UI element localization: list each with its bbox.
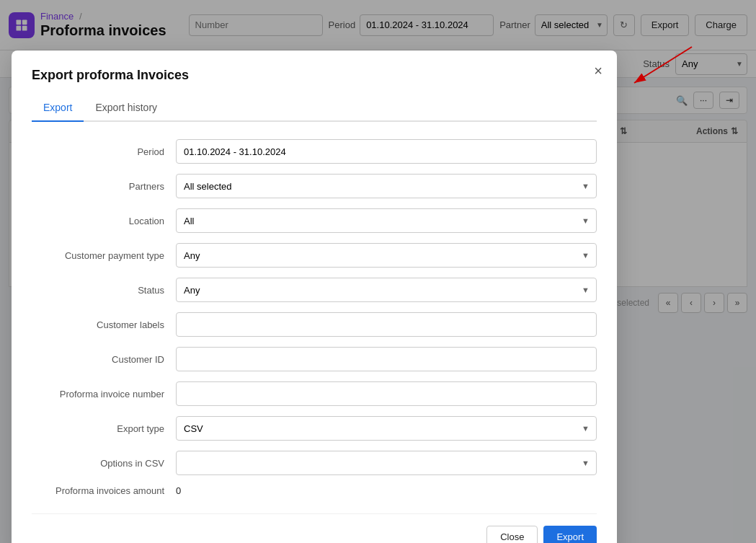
period-field-label: Period — [32, 146, 176, 157]
proforma-invoice-number-input[interactable] — [176, 381, 597, 406]
partners-select-wrapper: All selected ▼ — [176, 174, 597, 198]
tab-export[interactable]: Export — [32, 97, 84, 122]
proforma-invoices-amount-field: 0 — [176, 485, 597, 496]
partners-select[interactable]: All selected — [176, 174, 597, 198]
options-in-csv-field: ▼ — [176, 451, 597, 475]
form-row-status: Status Any ▼ — [32, 278, 597, 302]
modal-form: Period Partners All selected ▼ — [32, 139, 597, 496]
modal-overlay: Export proforma Invoices × Export Export… — [0, 0, 756, 543]
form-row-options-in-csv: Options in CSV ▼ — [32, 451, 597, 475]
modal-export-footer-button[interactable]: Export — [543, 526, 597, 543]
options-in-csv-field-label: Options in CSV — [32, 458, 176, 469]
customer-id-input[interactable] — [176, 347, 597, 371]
status-field: Any ▼ — [176, 278, 597, 302]
period-field — [176, 139, 597, 164]
location-select[interactable]: All — [176, 208, 597, 233]
export-modal: Export proforma Invoices × Export Export… — [12, 50, 617, 543]
proforma-invoice-number-field-label: Proforma invoice number — [32, 389, 176, 399]
form-row-customer-id: Customer ID — [32, 347, 597, 371]
customer-labels-input[interactable] — [176, 312, 597, 337]
period-field-input[interactable] — [176, 139, 597, 164]
customer-labels-field-label: Customer labels — [32, 319, 176, 330]
proforma-invoices-amount-value: 0 — [176, 485, 181, 496]
status-field-label: Status — [32, 285, 176, 296]
modal-title: Export proforma Invoices — [32, 68, 597, 83]
form-row-export-type: Export type CSV Excel PDF ▼ — [32, 416, 597, 441]
customer-id-field-label: Customer ID — [32, 354, 176, 365]
customer-payment-type-field: Any ▼ — [176, 243, 597, 268]
proforma-invoice-number-field — [176, 381, 597, 406]
form-row-proforma-invoice-number: Proforma invoice number — [32, 381, 597, 406]
form-row-location: Location All ▼ — [32, 208, 597, 233]
customer-payment-type-select[interactable]: Any — [176, 243, 597, 268]
partners-field-label: Partners — [32, 181, 176, 192]
modal-close-button[interactable]: × — [594, 63, 602, 78]
form-row-period: Period — [32, 139, 597, 164]
status-select-modal[interactable]: Any — [176, 278, 597, 302]
form-row-customer-labels: Customer labels — [32, 312, 597, 337]
form-row-customer-payment-type: Customer payment type Any ▼ — [32, 243, 597, 268]
modal-tabs: Export Export history — [32, 97, 597, 122]
export-type-field: CSV Excel PDF ▼ — [176, 416, 597, 441]
export-type-select-wrapper: CSV Excel PDF ▼ — [176, 416, 597, 441]
modal-close-footer-button[interactable]: Close — [486, 526, 538, 543]
modal-footer: Close Export — [32, 513, 597, 543]
form-row-partners: Partners All selected ▼ — [32, 174, 597, 198]
proforma-invoices-amount-field-label: Proforma invoices amount — [32, 485, 176, 496]
location-field-label: Location — [32, 216, 176, 226]
location-select-wrapper: All ▼ — [176, 208, 597, 233]
form-row-proforma-invoices-amount: Proforma invoices amount 0 — [32, 485, 597, 496]
tab-export-history[interactable]: Export history — [84, 97, 169, 122]
app-container: Finance / Proforma invoices Period Partn… — [0, 0, 756, 543]
export-type-field-label: Export type — [32, 423, 176, 434]
customer-labels-field — [176, 312, 597, 337]
customer-payment-type-select-wrapper: Any ▼ — [176, 243, 597, 268]
status-select-wrapper-modal: Any ▼ — [176, 278, 597, 302]
customer-id-field — [176, 347, 597, 371]
partners-field: All selected ▼ — [176, 174, 597, 198]
options-in-csv-select[interactable] — [176, 451, 597, 475]
customer-payment-type-field-label: Customer payment type — [32, 250, 176, 261]
options-in-csv-select-wrapper: ▼ — [176, 451, 597, 475]
export-type-select[interactable]: CSV Excel PDF — [176, 416, 597, 441]
location-field: All ▼ — [176, 208, 597, 233]
